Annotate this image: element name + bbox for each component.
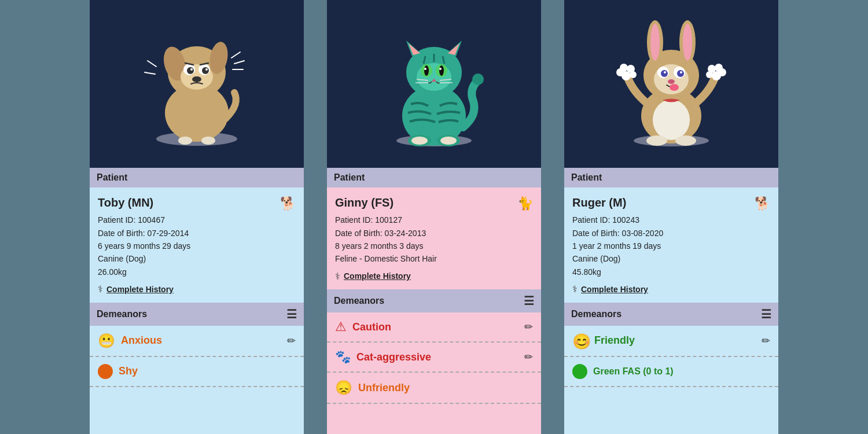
paw-icon: 🐾 [335,350,351,365]
rabbit-illustration [608,14,735,153]
list-icon-ruger[interactable]: ☰ [761,307,771,321]
demeanor-section-header-ruger: Demeanors ☰ [564,303,778,326]
demeanor-shy-label: Shy [119,365,138,377]
demeanors-toby: 😬 Anxious ✏ Shy [90,326,304,434]
card-image-ginny [327,0,541,168]
list-icon-toby[interactable]: ☰ [286,307,297,321]
svg-point-69 [620,64,628,72]
svg-point-39 [424,68,426,70]
complete-history-link-ruger[interactable]: Complete History [581,283,648,296]
svg-point-40 [439,68,442,70]
patient-id-ruger: Patient ID: 100243 [572,214,770,226]
cards-container: Patient Toby (MN) 🐕 Patient ID: 100467 D… [0,0,868,434]
patient-dob-toby: Date of Birth: 07-29-2014 [98,227,296,240]
cat-illustration [370,14,498,153]
patient-species-toby: Canine (Dog) [98,252,296,265]
svg-point-14 [192,76,201,82]
patient-section-header-toby: Patient [90,168,304,187]
patient-section-header-ginny: Patient [327,168,541,187]
patient-name-ruger: Ruger (M) [572,193,626,212]
species-icon-ginny: 🐈 [517,193,533,214]
svg-point-76 [706,71,713,78]
stethoscope-icon-ruger: ⚕ [572,282,578,297]
svg-point-62 [661,70,668,77]
svg-point-8 [187,67,194,74]
card-body-ginny: Patient Ginny (FS) 🐈 Patient ID: 100127 … [327,168,541,434]
card-toby: Patient Toby (MN) 🐕 Patient ID: 100467 D… [90,0,304,434]
svg-point-38 [439,65,444,76]
card-body-toby: Patient Toby (MN) 🐕 Patient ID: 100467 D… [90,168,304,434]
svg-point-77 [670,84,679,91]
stethoscope-icon-ginny: ⚕ [335,269,340,284]
patient-age-ginny: 8 years 2 months 3 days [335,240,533,252]
svg-point-50 [472,73,484,85]
patient-label-ginny: Patient [334,172,365,183]
svg-point-64 [664,71,666,73]
dog-anxious-illustration [133,14,260,153]
edit-friendly[interactable]: ✏ [762,334,770,347]
patient-id-toby: Patient ID: 100467 [98,214,296,226]
svg-point-66 [668,79,675,84]
demeanor-label-ginny: Demeanors [334,296,384,306]
patient-dob-ginny: Date of Birth: 03-24-2013 [335,227,533,240]
demeanor-item-caution: ⚠ Caution ✏ [327,312,541,343]
patient-label-ruger: Patient [571,172,602,183]
card-ruger: Patient Ruger (M) 🐕 Patient ID: 100243 D… [564,0,778,434]
demeanor-anxious-label: Anxious [121,334,162,347]
patient-info-ginny: Ginny (FS) 🐈 Patient ID: 100127 Date of … [327,187,541,289]
svg-point-9 [202,67,209,74]
patient-dob-ruger: Date of Birth: 03-08-2020 [572,227,770,240]
demeanor-item-cat-aggressive: 🐾 Cat-aggressive ✏ [327,343,541,373]
demeanor-item-anxious: 😬 Anxious ✏ [90,326,304,357]
demeanor-friendly-label: Friendly [594,334,635,347]
svg-point-48 [411,137,428,145]
patient-name-toby: Toby (MN) [98,193,153,212]
demeanor-label-toby: Demeanors [97,309,147,319]
svg-point-74 [715,64,723,72]
list-icon-ginny[interactable]: ☰ [524,294,534,308]
svg-point-56 [650,24,660,61]
svg-point-17 [178,137,192,145]
anxious-icon: 😬 [98,333,115,349]
complete-history-link-ginny[interactable]: Complete History [344,270,411,282]
demeanor-section-header-toby: Demeanors ☰ [90,303,304,326]
patient-name-ginny: Ginny (FS) [335,193,393,212]
svg-point-58 [683,24,692,61]
patient-label-toby: Patient [97,172,127,183]
green-fas-label: Green FAS (0 to 1) [593,366,674,377]
patient-age-toby: 6 years 9 months 29 days [98,240,296,252]
demeanor-section-header-ginny: Demeanors ☰ [327,289,541,312]
warning-icon: ⚠ [335,319,347,334]
svg-point-18 [201,137,215,145]
svg-point-78 [646,135,667,146]
edit-cataggressive[interactable]: ✏ [524,351,533,363]
complete-history-link-toby[interactable]: Complete History [106,283,174,296]
svg-point-63 [677,70,684,77]
card-image-toby [90,0,304,168]
edit-caution[interactable]: ✏ [524,321,533,333]
demeanor-label-ruger: Demeanors [571,309,621,319]
svg-line-22 [148,61,156,67]
card-ginny: Patient Ginny (FS) 🐈 Patient ID: 100127 … [327,0,541,434]
svg-line-23 [145,72,155,74]
demeanor-item-shy: Shy [90,357,304,387]
edit-anxious[interactable]: ✏ [287,334,296,347]
demeanor-caution-label: Caution [352,321,391,333]
patient-info-toby: Toby (MN) 🐕 Patient ID: 100467 Date of B… [90,187,304,303]
patient-weight-ruger: 45.80kg [572,266,770,278]
patient-species-ginny: Feline - Domestic Short Hair [335,252,533,265]
smiley-icon: 😊 [572,333,589,349]
svg-point-71 [630,71,637,78]
demeanors-ruger: 😊 Friendly ✏ Green FAS (0 to 1) [564,326,778,434]
svg-point-65 [680,71,682,73]
patient-id-ginny: Patient ID: 100127 [335,214,533,226]
green-circle-icon [572,364,587,379]
patient-info-ruger: Ruger (M) 🐕 Patient ID: 100243 Date of B… [564,187,778,303]
svg-point-37 [424,65,429,76]
demeanor-item-friendly: 😊 Friendly ✏ [564,326,778,357]
svg-point-79 [675,135,696,146]
svg-point-11 [205,68,208,71]
card-image-ruger [564,0,778,168]
card-body-ruger: Patient Ruger (M) 🐕 Patient ID: 100243 D… [564,168,778,434]
svg-point-49 [440,137,457,145]
